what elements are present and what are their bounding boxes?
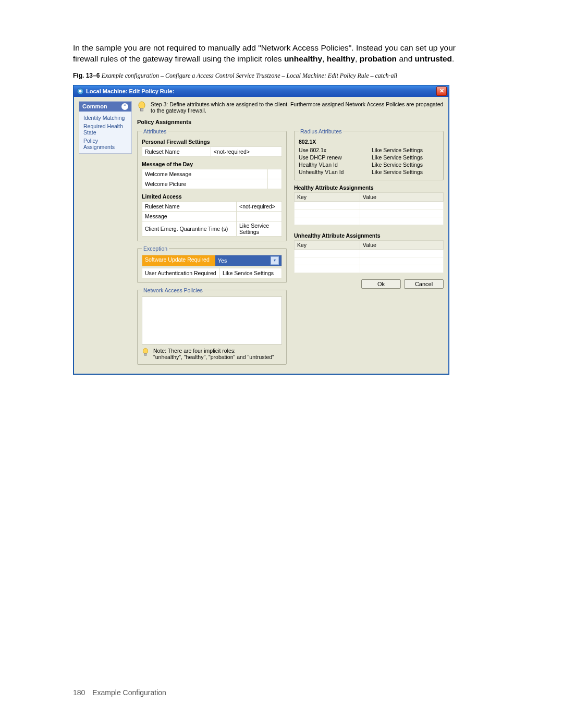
ok-button[interactable]: Ok bbox=[361, 279, 401, 289]
r8021x-rows: Use 802.1xLike Service Settings Use DHCP… bbox=[299, 146, 439, 176]
pfs-title: Personal Firewall Settings bbox=[142, 139, 282, 145]
exc-userauth-key: User Authentication Required bbox=[142, 268, 220, 278]
la-ruleset-key: Ruleset Name bbox=[142, 201, 237, 211]
nap-note: Note: There are four implicit roles: "un… bbox=[153, 348, 274, 360]
unhealthy-title: Unhealthy Attribute Assignments bbox=[294, 232, 444, 239]
la-message-key: Message bbox=[142, 211, 237, 221]
r-use8021x-val[interactable]: Like Service Settings bbox=[372, 147, 439, 153]
chevron-down-icon[interactable]: ▾ bbox=[271, 256, 279, 265]
sidebar-item-policy[interactable]: Policy Assignments bbox=[79, 137, 131, 151]
footer-label: Example Configuration bbox=[92, 688, 166, 697]
sidebar-item-identity[interactable]: Identity Matching bbox=[79, 114, 131, 122]
motd-welcome-msg-val[interactable] bbox=[268, 169, 282, 179]
healthy-title: Healthy Attribute Assignments bbox=[294, 184, 444, 191]
sidebar-items: Identity Matching Required Health State … bbox=[79, 112, 131, 153]
motd-welcome-pic-key: Welcome Picture bbox=[142, 179, 268, 189]
attributes-fieldset: Attributes Personal Firewall Settings Ru… bbox=[137, 128, 287, 241]
svg-rect-3 bbox=[141, 108, 143, 111]
r-use8021x-key: Use 802.1x bbox=[299, 147, 372, 153]
motd-welcome-msg-key: Welcome Message bbox=[142, 169, 268, 179]
healthy-col-key: Key bbox=[295, 192, 360, 201]
exception-legend: Exception bbox=[142, 245, 169, 252]
r-dhcp-val[interactable]: Like Service Settings bbox=[372, 154, 439, 161]
nap-note-line2: "unhealthy", "healthy", "probation" and … bbox=[153, 354, 274, 360]
la-message-val[interactable] bbox=[237, 211, 282, 221]
exc-table: User Authentication RequiredLike Service… bbox=[142, 268, 282, 278]
lightbulb-icon bbox=[137, 101, 146, 113]
figure-caption: Fig. 13–6 Example configuration – Config… bbox=[73, 72, 456, 80]
sidebar-header-label: Common bbox=[82, 103, 107, 109]
svg-point-4 bbox=[143, 348, 148, 354]
la-title: Limited Access bbox=[142, 193, 282, 200]
unhealthy-table[interactable]: KeyValue bbox=[294, 240, 444, 273]
pfs-ruleset-key: Ruleset Name bbox=[142, 146, 211, 156]
healthy-table[interactable]: KeyValue bbox=[294, 192, 444, 225]
sidebar-header[interactable]: Common ⌃ bbox=[79, 102, 131, 112]
exc-software-update-dropdown[interactable]: Yes ▾ bbox=[215, 255, 282, 266]
radius-legend: Radius Attributes bbox=[299, 128, 343, 134]
la-quarantine-val[interactable]: Like Service Settings bbox=[237, 221, 282, 236]
collapse-icon[interactable]: ⌃ bbox=[121, 103, 128, 110]
pfs-ruleset-val[interactable]: <not-required> bbox=[211, 146, 282, 156]
motd-welcome-pic-val[interactable] bbox=[268, 179, 282, 189]
figure-caption-italic: Example configuration – Configure a Acce… bbox=[102, 72, 397, 79]
r-unhealthy-vlan-key: Unhealthy VLan Id bbox=[299, 169, 372, 175]
step-text: Step 3: Define attributes which are assi… bbox=[151, 101, 444, 114]
pfs-table: Ruleset Name<not-required> bbox=[142, 146, 282, 157]
sidebar: Common ⌃ Identity Matching Required Heal… bbox=[79, 101, 132, 154]
exc-userauth-val[interactable]: Like Service Settings bbox=[220, 268, 282, 278]
motd-title: Message of the Day bbox=[142, 161, 282, 167]
r-unhealthy-vlan-val[interactable]: Like Service Settings bbox=[372, 169, 439, 175]
lightbulb-icon bbox=[142, 348, 149, 357]
svg-point-1 bbox=[79, 90, 82, 92]
attributes-legend: Attributes bbox=[142, 128, 168, 134]
nap-grid[interactable] bbox=[142, 297, 282, 344]
svg-rect-5 bbox=[144, 353, 146, 355]
nap-fieldset: Network Access Policies Note: There are … bbox=[137, 287, 287, 365]
titlebar: Local Machine: Edit Policy Rule: ✕ bbox=[74, 85, 449, 97]
exc-software-update-val: Yes bbox=[218, 257, 227, 264]
sidebar-item-health[interactable]: Required Health State bbox=[79, 122, 131, 137]
la-table: Ruleset Name<not-required> Message Clien… bbox=[142, 201, 282, 237]
nap-legend: Network Access Policies bbox=[142, 287, 204, 293]
page-number: 180 bbox=[73, 688, 85, 697]
dialog-title: Local Machine: Edit Policy Rule: bbox=[86, 88, 436, 94]
unhealthy-col-value: Value bbox=[360, 240, 443, 249]
cancel-button[interactable]: Cancel bbox=[404, 279, 444, 289]
page-footer: 180 Example Configuration bbox=[73, 688, 166, 697]
exception-fieldset: Exception Software Update Required Yes ▾… bbox=[137, 245, 287, 283]
exc-software-update-row[interactable]: Software Update Required Yes ▾ bbox=[142, 255, 282, 266]
dialog-window: Local Machine: Edit Policy Rule: ✕ Commo… bbox=[73, 85, 449, 375]
radius-fieldset: Radius Attributes 802.1X Use 802.1xLike … bbox=[294, 128, 444, 180]
exc-software-update-key: Software Update Required bbox=[142, 255, 215, 266]
r8021x-title: 802.1X bbox=[299, 139, 439, 145]
close-button[interactable]: ✕ bbox=[436, 87, 447, 96]
nap-note-line1: Note: There are four implicit roles: bbox=[153, 348, 274, 354]
motd-table: Welcome Message Welcome Picture bbox=[142, 169, 282, 189]
app-icon bbox=[77, 88, 84, 95]
svg-point-2 bbox=[139, 102, 145, 109]
intro-paragraph: In the sample you are not required to ma… bbox=[73, 43, 456, 65]
healthy-col-value: Value bbox=[360, 192, 443, 201]
r-healthy-vlan-key: Healthy VLan Id bbox=[299, 162, 372, 168]
la-ruleset-val[interactable]: <not-required> bbox=[237, 201, 282, 211]
unhealthy-col-key: Key bbox=[295, 240, 360, 249]
r-dhcp-key: Use DHCP renew bbox=[299, 154, 372, 161]
section-title: Policy Assignments bbox=[137, 119, 444, 125]
r-healthy-vlan-val[interactable]: Like Service Settings bbox=[372, 162, 439, 168]
figure-caption-prefix: Fig. 13–6 bbox=[73, 72, 102, 79]
la-quarantine-key: Client Emerg. Quarantine Time (s) bbox=[142, 221, 237, 236]
